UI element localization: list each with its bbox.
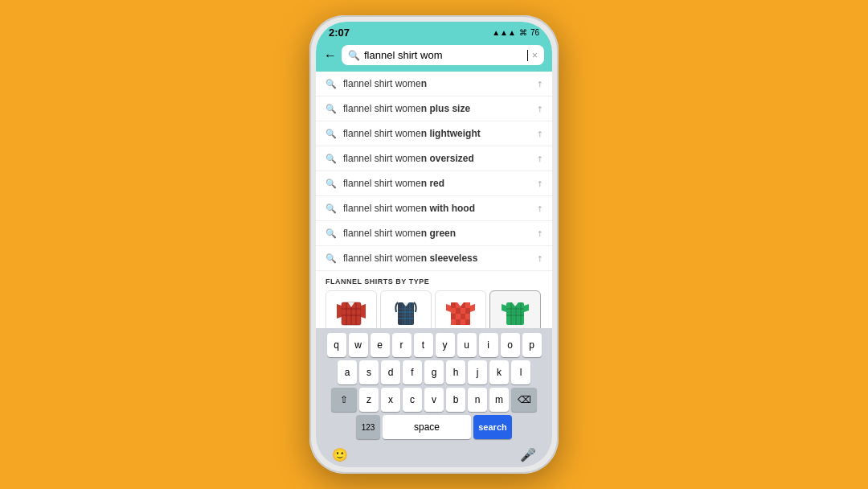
- suggestion-arrow-icon: ↗: [534, 78, 544, 88]
- key-u[interactable]: u: [457, 333, 477, 357]
- shift-key[interactable]: ⇧: [331, 388, 357, 412]
- search-input-wrapper[interactable]: 🔍 flannel shirt wom ×: [342, 45, 544, 65]
- delete-key[interactable]: ⌫: [511, 388, 537, 412]
- key-r[interactable]: r: [392, 333, 411, 357]
- flannel-section: FLANNEL SHIRTS BY TYPE: [316, 271, 552, 328]
- flannel-section-title: FLANNEL SHIRTS BY TYPE: [326, 277, 542, 286]
- svg-rect-31: [456, 314, 461, 319]
- suggestion-item-4[interactable]: 🔍 flannel shirt women red ↗: [316, 171, 552, 196]
- suggestion-text: flannel shirt women: [343, 78, 530, 89]
- key-i[interactable]: i: [479, 333, 498, 357]
- phone-frame: 2:07 ▲▲▲ ⌘ 76 ← 🔍 flannel shirt wom × 🔍 …: [309, 15, 559, 474]
- status-bar: 2:07 ▲▲▲ ⌘ 76: [316, 22, 552, 42]
- status-time: 2:07: [329, 27, 350, 39]
- search-bar-area: ← 🔍 flannel shirt wom ×: [316, 42, 552, 72]
- suggestion-item-3[interactable]: 🔍 flannel shirt women oversized ↗: [316, 146, 552, 171]
- keyboard-row-1: qwertyuiop: [319, 333, 549, 357]
- key-n[interactable]: n: [468, 388, 487, 412]
- key-q[interactable]: q: [327, 333, 346, 357]
- key-l[interactable]: l: [511, 360, 530, 384]
- flannel-item-short-sleeve[interactable]: Short Sleeve: [489, 290, 541, 328]
- svg-rect-37: [465, 319, 470, 325]
- suggestion-text: flannel shirt women red: [343, 178, 530, 189]
- svg-marker-38: [446, 304, 451, 312]
- suggestion-arrow-icon: ↗: [534, 253, 544, 263]
- key-t[interactable]: t: [414, 333, 433, 357]
- mic-icon[interactable]: 🎤: [520, 447, 536, 462]
- svg-rect-33: [465, 314, 470, 319]
- svg-rect-36: [461, 319, 465, 325]
- key-a[interactable]: a: [338, 360, 357, 384]
- key-y[interactable]: y: [436, 333, 455, 357]
- suggestions-area: 🔍 flannel shirt women ↗ 🔍 flannel shirt …: [316, 72, 552, 328]
- suggestion-arrow-icon: ↗: [534, 128, 544, 138]
- suggestion-search-icon: 🔍: [326, 179, 337, 189]
- short-sleeve-image: [496, 294, 534, 328]
- signal-icon: ▲▲▲: [492, 28, 516, 37]
- suggestion-search-icon: 🔍: [326, 253, 337, 264]
- suggestion-text: flannel shirt women plus size: [343, 103, 530, 114]
- key-f[interactable]: f: [403, 360, 422, 384]
- suggestion-search-icon: 🔍: [326, 228, 337, 239]
- svg-rect-26: [451, 308, 456, 314]
- flannel-item-long-sleeve[interactable]: Long Sleeve: [326, 290, 377, 328]
- suggestion-search-icon: 🔍: [326, 154, 337, 164]
- checkered-image: [441, 294, 480, 328]
- suggestion-item-6[interactable]: 🔍 flannel shirt women green ↗: [316, 221, 552, 246]
- key-d[interactable]: d: [381, 360, 400, 384]
- key-e[interactable]: e: [371, 333, 390, 357]
- key-h[interactable]: h: [446, 360, 465, 384]
- search-key[interactable]: search: [473, 415, 512, 439]
- key-b[interactable]: b: [446, 388, 465, 412]
- key-v[interactable]: v: [424, 388, 444, 412]
- search-input[interactable]: flannel shirt wom: [364, 49, 523, 61]
- suggestion-list: 🔍 flannel shirt women ↗ 🔍 flannel shirt …: [316, 72, 552, 271]
- back-button[interactable]: ←: [324, 48, 337, 63]
- clear-button[interactable]: ×: [532, 50, 538, 61]
- long-sleeve-image: [332, 294, 371, 328]
- suggestion-item-0[interactable]: 🔍 flannel shirt women ↗: [316, 72, 552, 97]
- svg-rect-30: [451, 314, 456, 319]
- suggestion-text: flannel shirt women lightweight: [343, 128, 530, 139]
- suggestion-search-icon: 🔍: [326, 129, 337, 139]
- key-z[interactable]: z: [359, 388, 379, 412]
- suggestion-text: flannel shirt women green: [343, 228, 530, 239]
- cursor: [527, 50, 528, 61]
- key-m[interactable]: m: [489, 388, 509, 412]
- num-key[interactable]: 123: [356, 415, 380, 439]
- keyboard-area: qwertyuiop asdfghjkl ⇧zxcvbnm⌫ 123 space…: [316, 328, 552, 446]
- keyboard-row-special: 123 space search: [319, 415, 549, 439]
- key-x[interactable]: x: [381, 388, 400, 412]
- svg-marker-51: [524, 304, 529, 312]
- key-c[interactable]: c: [403, 388, 422, 412]
- space-key[interactable]: space: [383, 415, 471, 439]
- svg-rect-29: [465, 308, 470, 314]
- wifi-icon: ⌘: [519, 28, 527, 37]
- suggestion-text: flannel shirt women oversized: [343, 153, 530, 164]
- suggestion-search-icon: 🔍: [326, 79, 337, 89]
- suggestion-search-icon: 🔍: [326, 203, 337, 214]
- flannel-item-checkered[interactable]: Checkered: [435, 290, 486, 328]
- key-j[interactable]: j: [468, 360, 487, 384]
- key-k[interactable]: k: [489, 360, 509, 384]
- key-g[interactable]: g: [424, 360, 444, 384]
- phone-screen: 2:07 ▲▲▲ ⌘ 76 ← 🔍 flannel shirt wom × 🔍 …: [316, 22, 552, 467]
- svg-rect-32: [461, 314, 465, 319]
- suggestion-item-1[interactable]: 🔍 flannel shirt women plus size ↗: [316, 97, 552, 121]
- suggestion-item-7[interactable]: 🔍 flannel shirt women sleeveless ↗: [316, 246, 552, 271]
- suggestion-item-2[interactable]: 🔍 flannel shirt women lightweight ↗: [316, 121, 552, 146]
- svg-marker-8: [361, 304, 366, 318]
- svg-rect-22: [451, 302, 456, 308]
- suggestion-arrow-icon: ↗: [534, 178, 544, 188]
- flannel-item-sleeveless[interactable]: Sleeveless: [380, 290, 432, 328]
- suggestion-item-5[interactable]: 🔍 flannel shirt women with hood ↗: [316, 196, 552, 221]
- key-p[interactable]: p: [522, 333, 542, 357]
- suggestion-search-icon: 🔍: [326, 104, 337, 114]
- search-icon: 🔍: [348, 50, 360, 61]
- key-s[interactable]: s: [359, 360, 379, 384]
- emoji-icon[interactable]: 🙂: [332, 447, 348, 462]
- suggestion-text: flannel shirt women sleeveless: [343, 253, 530, 264]
- key-o[interactable]: o: [501, 333, 520, 357]
- keyboard-row-3: ⇧zxcvbnm⌫: [319, 388, 549, 412]
- key-w[interactable]: w: [349, 333, 368, 357]
